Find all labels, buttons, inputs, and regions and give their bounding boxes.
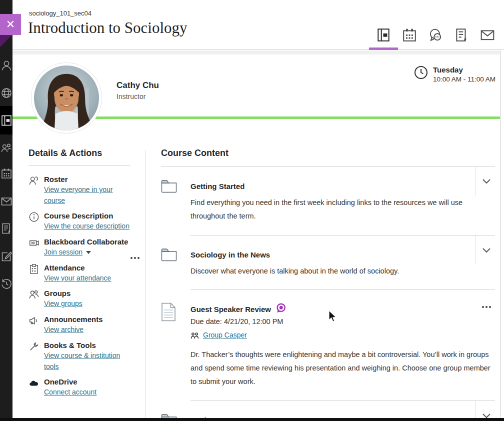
due-date: Due date: 4/21/20, 12:00 PM [190,318,495,326]
guest-review-more-options-button[interactable] [482,306,491,308]
folder-icon [161,248,190,278]
info-icon [28,210,44,232]
course-id: sociology_101_sec04 [29,10,92,17]
item-title: OneDrive [44,376,132,387]
join-session-link[interactable]: Join session [44,248,82,256]
course-tab-bar [370,22,500,50]
course-content-heading: Course Content [161,148,495,158]
tab-discussions[interactable] [422,22,448,50]
content-description: Find everything you need in the first we… [190,196,472,223]
row-separator [475,236,476,264]
row-separator [475,166,476,196]
tab-messages[interactable] [474,22,500,50]
discussions-icon [428,28,443,44]
app-navigation-rail [0,0,12,421]
class-schedule: Tuesday 10:00 AM - 11:00 AM [414,66,496,83]
announcements-icon [28,314,44,336]
header-shadow-band [12,50,504,54]
item-title: Course Description [44,210,132,221]
content-title[interactable]: Getting Started [190,182,495,190]
chevron-down-icon[interactable] [481,244,492,256]
document-icon [161,302,190,388]
clock-icon [414,66,428,80]
groups-link[interactable]: View groups [44,300,82,308]
groups-icon [28,288,44,310]
course-description-link[interactable]: View the course description [44,222,130,230]
item-title: Announcements [44,314,132,324]
details-actions-heading: Details & Actions [28,148,132,158]
messages-icon[interactable] [0,196,12,208]
list-item-onedrive: OneDrive Connect account [28,376,132,398]
groups-icon[interactable] [0,142,12,154]
item-title: Attendance [44,262,132,273]
list-item-course-description: Course Description View the course descr… [28,210,132,232]
compose-icon[interactable] [0,250,12,262]
content-title[interactable]: Guest Speaker Review [190,305,271,314]
globe-icon[interactable] [0,87,12,99]
content-row-getting-started[interactable]: Getting Started Find everything you need… [161,166,495,235]
content-row-sociology-news[interactable]: Sociology in the News Discover what ever… [161,236,495,290]
tab-calendar[interactable] [396,22,422,50]
gradebook-icon [454,28,469,44]
chevron-down-icon[interactable] [481,176,492,186]
page-title: Introduction to Sociology [28,19,188,37]
close-course-button[interactable]: ✕ [0,14,21,35]
list-item-roster: Roster View everyone in your course [28,174,132,206]
list-item-announcements: Announcements View archive [28,314,132,336]
list-item-books-tools: Books & Tools View course & institution … [28,340,132,372]
content-description: Discover what everyone is talking about … [190,264,472,278]
item-title: Roster [44,174,132,184]
close-button-fold [0,35,12,47]
list-item-collaborate: Blackboard Collaborate Join session [28,236,132,258]
collaborate-camera-icon [28,236,44,258]
mouse-cursor [328,310,338,326]
calendar-icon[interactable] [0,168,12,180]
attendance-link[interactable]: View your attendance [44,274,111,282]
item-title: Books & Tools [44,340,132,350]
course-content-icon[interactable] [0,114,12,126]
content-description: Dr. Thacker’s thoughts were enlightening… [190,348,494,388]
instructor-role: Instructor [116,92,146,100]
chevron-down-icon[interactable] [86,251,91,254]
scrollbar-gutter[interactable] [500,50,504,418]
group-casper-link[interactable]: Group Casper [203,330,247,341]
conversation-badge-icon[interactable] [276,302,286,316]
attendance-icon [28,262,44,284]
calendar-icon [402,28,417,44]
window-bottom-edge [0,418,504,421]
schedule-day: Tuesday [433,66,496,74]
divider [28,166,130,166]
roster-icon [28,174,44,206]
course-header: sociology_101_sec04 Introduction to Soci… [12,0,504,50]
item-title: Groups [44,288,132,298]
folder-icon [161,180,190,223]
details-actions-panel: Details & Actions Roster View everyone i… [28,148,132,402]
roster-link[interactable]: View everyone in your course [44,186,112,204]
tab-gradebook[interactable] [448,22,474,50]
gradebook-icon[interactable] [0,222,12,234]
schedule-time: 10:00 AM - 11:00 AM [433,76,496,83]
course-content-panel: Course Content Getting Started Find ever… [161,148,495,421]
content-title[interactable]: Sociology in the News [190,250,495,259]
content-icon [376,28,391,44]
onedrive-cloud-icon [28,376,44,398]
content-row-guest-speaker-review[interactable]: Guest Speaker Review Due date: 4/21/20, … [161,290,495,400]
instructor-name: Cathy Chu [116,80,159,90]
item-title: Blackboard Collaborate [44,236,132,247]
panel-divider [145,150,146,418]
history-icon[interactable] [0,278,12,290]
group-icon [190,332,199,340]
wrench-icon [28,340,44,372]
announcements-link[interactable]: View archive [44,326,84,334]
messages-icon [480,28,495,44]
instructor-avatar[interactable] [32,63,102,133]
tab-content[interactable] [370,22,396,50]
profile-icon[interactable] [0,60,12,72]
list-item-attendance: Attendance View your attendance [28,262,132,284]
list-item-groups: Groups View groups [28,288,132,310]
books-tools-link[interactable]: View course & institution tools [44,352,120,370]
onedrive-link[interactable]: Connect account [44,388,96,396]
